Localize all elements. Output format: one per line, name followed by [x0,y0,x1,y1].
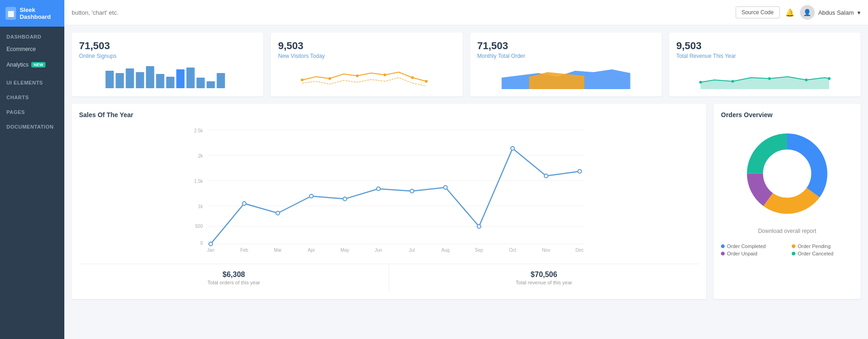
bar-chart-signups [79,64,256,89]
stat-value-revenue: 9,503 [676,40,853,52]
sidebar-item-ecommerce[interactable]: Ecommerce [0,41,64,57]
stat-value-orders: 71,503 [477,40,654,52]
svg-text:0: 0 [200,241,203,246]
user-menu[interactable]: 👤 Abdus Salam ▾ [800,5,861,20]
sidebar-logo[interactable]: ▦ Sleek Dashboard [0,0,64,27]
sidebar-item-analytics[interactable]: Analytics NEW [0,57,64,73]
source-code-button[interactable]: Source Code [736,6,780,18]
legend-unpaid: Order Unpaid [721,251,783,256]
sales-chart-container: 2.5k 2k 1.5k 1k 500 0 [79,123,699,258]
svg-text:1k: 1k [198,204,204,209]
svg-text:Nov: Nov [542,248,550,253]
sidebar-item-label: Ecommerce [6,46,36,52]
legend-label-pending: Order Pending [798,243,831,249]
svg-text:Aug: Aug [442,248,450,253]
svg-point-66 [763,150,811,198]
svg-rect-4 [146,66,154,88]
stat-card-visitors: 9,503 New Visitors Today [271,33,462,96]
notification-icon[interactable]: 🔔 [785,8,794,17]
stat-value-signups: 71,503 [79,40,256,52]
legend-label-canceled: Order Canceled [798,251,834,256]
content-area: 71,503 Online Signups [64,25,868,339]
svg-point-46 [477,225,481,228]
svg-point-25 [828,77,830,80]
legend-dot-completed [721,244,725,248]
topbar: Source Code 🔔 👤 Abdus Salam ▾ [64,0,868,25]
legend-dot-unpaid [721,252,725,255]
lower-section: Sales Of The Year 2.5k 2k 1.5k 1k 500 0 [72,104,861,299]
legend-pending: Order Pending [792,243,853,249]
orders-overview-card: Orders Overview [714,104,861,299]
svg-point-39 [243,202,246,205]
svg-point-49 [578,170,582,173]
sidebar-section-docs: DOCUMENTATION [0,117,64,131]
svg-text:Apr: Apr [308,248,315,253]
svg-rect-0 [106,71,114,88]
svg-point-13 [329,77,331,80]
sidebar-section-ui: UI ELEMENTS [0,73,64,87]
download-report-link[interactable]: Download overall report [758,228,817,234]
area-chart-orders [477,64,654,89]
sidebar-item-label: Analytics [6,62,28,68]
svg-text:2k: 2k [198,153,204,158]
svg-point-16 [411,76,414,79]
svg-point-44 [410,189,414,193]
search-input[interactable] [72,9,255,16]
svg-point-48 [545,174,548,178]
new-badge: NEW [31,62,45,68]
svg-rect-11 [217,73,225,88]
legend-dot-pending [792,244,795,248]
orders-overview-title: Orders Overview [721,111,772,119]
orders-legend: Order Completed Order Pending Order Unpa… [721,243,853,256]
svg-point-38 [209,242,213,246]
stat-value-visitors: 9,503 [278,40,455,52]
donut-chart [741,128,833,220]
sidebar-section-dashboard: DASHBOARD [0,27,64,41]
svg-rect-7 [176,69,185,88]
svg-point-23 [768,77,771,80]
user-name: Abdus Salam [818,9,854,16]
line-chart-visitors [278,64,455,89]
total-orders-value: $6,308 [86,271,381,279]
svg-text:1.5k: 1.5k [194,179,204,184]
svg-point-47 [511,147,515,150]
svg-point-21 [699,81,702,84]
chevron-down-icon: ▾ [857,9,861,16]
svg-text:Jun: Jun [374,248,382,253]
stat-label-visitors: New Visitors Today [278,53,455,59]
svg-rect-10 [207,81,215,88]
svg-point-41 [310,194,313,198]
svg-rect-1 [116,73,124,88]
sales-footer: $6,308 Total orders of this year $70,506… [79,264,699,292]
stat-label-orders: Monthly Total Order [477,53,654,59]
stat-card-signups: 71,503 Online Signups [72,33,263,96]
svg-text:Dec: Dec [576,248,584,253]
logo-text: Sleek Dashboard [20,6,59,20]
stat-label-revenue: Total Revenue This Year [676,53,853,59]
svg-text:Jan: Jan [207,248,214,253]
legend-label-unpaid: Order Unpaid [727,251,757,256]
svg-text:May: May [340,248,349,253]
svg-text:Feb: Feb [240,248,249,253]
total-revenue-label: Total revenue of this year [397,280,692,285]
sales-footer-revenue: $70,506 Total revenue of this year [389,264,699,292]
svg-text:2.5k: 2.5k [194,128,204,133]
logo-icon: ▦ [6,7,16,20]
svg-point-43 [377,187,380,191]
svg-point-22 [731,80,734,83]
search-container[interactable] [72,8,255,17]
sidebar: ▦ Sleek Dashboard DASHBOARD Ecommerce An… [0,0,64,339]
legend-canceled: Order Canceled [792,251,853,256]
svg-point-12 [301,79,304,81]
svg-rect-8 [187,68,195,88]
legend-completed: Order Completed [721,243,783,249]
line-area-chart-revenue [676,64,853,89]
svg-point-24 [805,79,807,81]
stat-cards-row: 71,503 Online Signups [72,33,861,96]
svg-point-45 [444,186,448,189]
sales-chart-title: Sales Of The Year [79,111,699,119]
svg-text:Mar: Mar [274,248,282,253]
total-orders-label: Total orders of this year [86,280,381,285]
sidebar-section-charts: CHARTS [0,87,64,102]
main-content: Source Code 🔔 👤 Abdus Salam ▾ 71,503 Onl… [64,0,868,339]
